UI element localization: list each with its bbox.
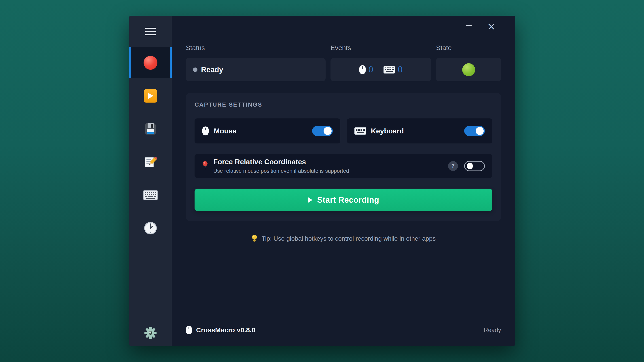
hamburger-menu-icon — [145, 28, 156, 35]
capture-settings-title: CAPTURE SETTINGS — [194, 101, 492, 108]
desktop-background: − × Status Events State Ready — [0, 0, 644, 362]
keyboard-capture-card: Keyboard — [347, 118, 492, 143]
start-recording-label: Start Recording — [317, 195, 379, 205]
start-recording-button[interactable]: Start Recording — [194, 189, 492, 211]
mouse-icon — [359, 65, 366, 74]
state-card — [436, 58, 501, 81]
status-card: Ready — [186, 58, 326, 81]
keyboard-icon — [354, 127, 366, 135]
capture-settings-panel: CAPTURE SETTINGS Mouse — [186, 93, 501, 221]
close-button[interactable]: × — [486, 21, 497, 32]
record-icon — [144, 56, 158, 70]
status-value: Ready — [201, 65, 223, 74]
mouse-icon — [186, 326, 192, 335]
force-relative-card: Force Relative Coordinates Use relative … — [194, 154, 492, 178]
force-relative-texts: Force Relative Coordinates Use relative … — [213, 158, 443, 174]
save-icon — [144, 122, 157, 135]
switch-knob — [324, 127, 332, 135]
tip-text: Tip: Use global hotkeys to control recor… — [262, 235, 436, 242]
force-relative-switch[interactable] — [464, 161, 485, 171]
sidebar-item-edit[interactable] — [129, 147, 172, 177]
lightbulb-icon — [251, 234, 258, 243]
switch-knob — [467, 163, 473, 169]
status-section-label: Status — [186, 44, 330, 52]
crossmacro-window: − × Status Events State Ready — [129, 16, 515, 346]
mouse-icon — [202, 126, 209, 136]
main-content: − × Status Events State Ready — [172, 16, 515, 346]
keyboard-icon — [143, 190, 158, 200]
events-section-label: Events — [330, 44, 436, 52]
footer-status: Ready — [484, 327, 501, 334]
mouse-toggle-switch[interactable] — [312, 126, 333, 136]
keyboard-toggle-switch[interactable] — [464, 126, 485, 136]
play-triangle-icon — [308, 197, 312, 203]
force-relative-description: Use relative mouse position even if abso… — [213, 168, 443, 174]
sidebar-item-schedule[interactable] — [129, 213, 172, 243]
tip-row: Tip: Use global hotkeys to control recor… — [186, 234, 501, 243]
mouse-capture-card: Mouse — [194, 118, 340, 143]
sidebar-item-record[interactable] — [129, 47, 172, 78]
status-dot-icon — [193, 67, 198, 72]
schedule-clock-icon — [144, 222, 157, 235]
titlebar: − × — [186, 16, 501, 37]
keyboard-toggle-label: Keyboard — [371, 127, 460, 135]
status-cards-row: Ready 0 — [186, 58, 501, 81]
mouse-toggle-label: Mouse — [214, 127, 307, 135]
help-button[interactable]: ? — [448, 161, 458, 171]
state-indicator-icon — [462, 63, 475, 76]
switch-knob — [476, 127, 484, 135]
gear-icon — [144, 327, 157, 340]
section-labels-row: Status Events State — [186, 44, 501, 52]
keyboard-event-count: 0 — [398, 65, 402, 74]
sidebar — [129, 16, 172, 346]
mouse-event-count: 0 — [368, 65, 373, 74]
settings-button[interactable] — [129, 320, 172, 346]
keyboard-icon — [384, 66, 395, 73]
play-icon — [144, 89, 157, 103]
sidebar-spacer — [129, 246, 172, 320]
force-relative-label: Force Relative Coordinates — [213, 158, 443, 166]
events-card: 0 0 — [330, 58, 431, 81]
sidebar-item-save[interactable] — [129, 113, 172, 144]
sidebar-item-play[interactable] — [129, 80, 172, 111]
footer-app-title: CrossMacro v0.8.0 — [196, 326, 255, 334]
edit-script-icon — [144, 156, 157, 168]
state-section-label: State — [436, 44, 501, 52]
footer: CrossMacro v0.8.0 Ready — [186, 314, 501, 346]
capture-toggles-row: Mouse — [194, 118, 492, 143]
hamburger-menu-button[interactable] — [129, 16, 172, 47]
sidebar-item-keyboard[interactable] — [129, 180, 172, 210]
minimize-button[interactable]: − — [464, 21, 474, 32]
pushpin-icon — [202, 161, 208, 171]
